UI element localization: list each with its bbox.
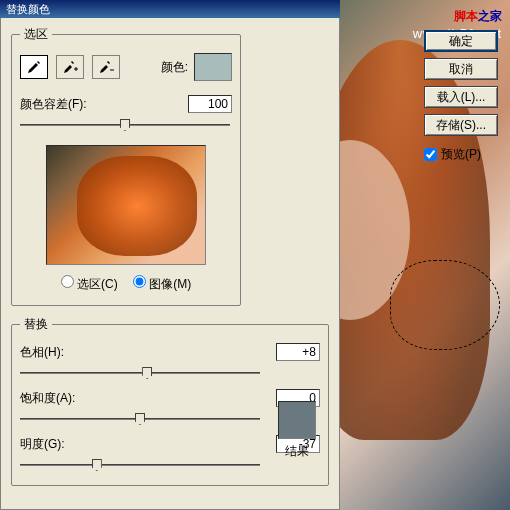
load-button[interactable]: 载入(L)... [424,86,498,108]
eyedropper-subtract-button[interactable] [92,55,120,79]
selection-preview [46,145,206,265]
radio-selection[interactable] [61,275,74,288]
save-button[interactable]: 存储(S)... [424,114,498,136]
preview-checkbox[interactable] [424,148,437,161]
fuzziness-label: 颜色容差(F): [20,96,87,113]
result-swatch[interactable] [278,401,316,439]
eyedropper-icon [26,59,42,75]
preview-mode-radios: 选区(C) 图像(M) [20,275,232,293]
lightness-slider[interactable] [20,457,260,473]
slider-track [20,464,260,466]
saturation-slider[interactable] [20,411,260,427]
result-column: 结果 [278,401,316,460]
result-label: 结果 [278,443,316,460]
saturation-label: 饱和度(A): [20,390,90,407]
eyedropper-add-button[interactable] [56,55,84,79]
radio-selection-label[interactable]: 选区(C) [61,277,118,291]
slider-thumb[interactable] [142,367,152,379]
fuzziness-slider[interactable] [20,117,230,133]
button-column: 确定 取消 载入(L)... 存储(S)... 预览(P) [424,30,498,163]
selection-legend: 选区 [20,26,52,43]
dialog-titlebar: 替换颜色 [0,0,340,18]
lightness-label: 明度(G): [20,436,90,453]
watermark-logo: 脚本之家 [454,4,502,25]
selection-marquee [390,260,500,350]
slider-thumb[interactable] [135,413,145,425]
selection-color-swatch[interactable] [194,53,232,81]
color-label: 颜色: [161,59,188,76]
selection-fieldset: 选区 颜色: 颜色容差(F): [11,26,241,306]
radio-image[interactable] [133,275,146,288]
hue-label: 色相(H): [20,344,90,361]
slider-track [20,372,260,374]
replace-legend: 替换 [20,316,52,333]
cancel-button[interactable]: 取消 [424,58,498,80]
hue-input[interactable] [276,343,320,361]
preview-label[interactable]: 预览(P) [441,146,481,163]
ok-button[interactable]: 确定 [424,30,498,52]
slider-thumb[interactable] [120,119,130,131]
eyedropper-plus-icon [62,59,78,75]
eyedropper-button[interactable] [20,55,48,79]
eyedropper-minus-icon [98,59,114,75]
radio-image-label[interactable]: 图像(M) [133,277,191,291]
replace-color-dialog: 选区 颜色: 颜色容差(F): [0,18,340,510]
hue-slider[interactable] [20,365,260,381]
eyedropper-row: 颜色: [20,53,232,81]
preview-hair [77,156,197,256]
replace-fieldset: 替换 色相(H): 饱和度(A): 明度(G): [11,316,329,486]
slider-thumb[interactable] [92,459,102,471]
fuzziness-input[interactable] [188,95,232,113]
